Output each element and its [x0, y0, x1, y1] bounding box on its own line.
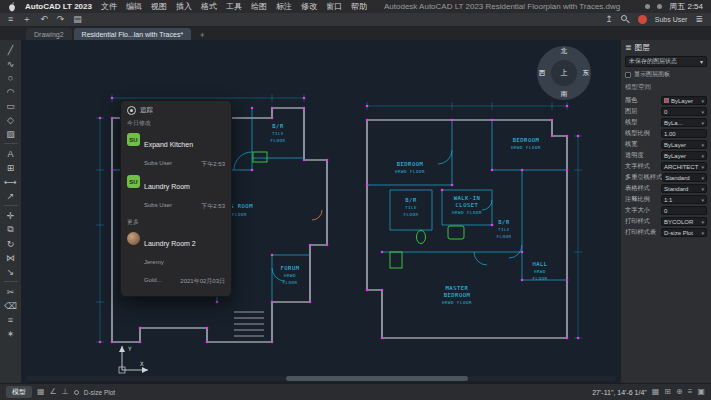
plot-style-table-dropdown[interactable]: D-size Plot▾ — [661, 228, 707, 237]
room-label-br-mid: FLOOR — [403, 212, 418, 217]
hatch-tool-icon[interactable]: ▨ — [3, 127, 19, 140]
trace-entry-laundry-room[interactable]: SU Laundry Room Subs User 下午2:53 — [127, 172, 225, 214]
avatar — [127, 232, 140, 245]
transparency-dropdown[interactable]: ByLayer▾ — [661, 151, 707, 160]
annotation-scale-dropdown[interactable]: 1:1▾ — [661, 195, 707, 204]
apple-menu-icon[interactable] — [8, 2, 16, 12]
app-menu-title[interactable]: AutoCAD LT 2023 — [25, 2, 92, 11]
menu-dimension[interactable]: 标注 — [276, 1, 292, 12]
property-row-linetype-scale: 线型比例 1.00 — [625, 128, 707, 139]
plot-style-label[interactable]: D-size Plot — [84, 389, 115, 396]
trace-entry-expand-kitchen[interactable]: SU Expand Kitchen Subs User 下午2:53 — [127, 130, 225, 172]
linetype-scale-field[interactable]: 1.00 — [661, 129, 707, 138]
osnap-toggle-icon[interactable]: ⊕ — [676, 388, 683, 396]
room-label-br-mid: TILE — [405, 205, 417, 210]
dimension-tool-icon[interactable]: ⟷ — [3, 175, 19, 188]
ortho-toggle-icon[interactable]: ⊥ — [62, 388, 69, 396]
checkbox-icon[interactable] — [625, 72, 631, 78]
text-size-field[interactable]: 0 — [661, 206, 707, 215]
user-avatar[interactable] — [638, 15, 647, 24]
trace-entry-laundry-room-2[interactable]: Laundry Room 2 Jeremy Gold... 2021年02月03… — [127, 229, 225, 289]
share-icon[interactable]: ↥ — [605, 15, 613, 24]
table-style-dropdown[interactable]: Standard▾ — [661, 184, 707, 193]
search-icon[interactable] — [621, 15, 630, 24]
plot-style-icon — [74, 390, 79, 395]
color-dropdown[interactable]: ByLayer▾ — [661, 96, 707, 105]
text-tool-icon[interactable]: A — [3, 147, 19, 160]
show-layers-label: 显示图层面板 — [634, 70, 670, 79]
menu-modify[interactable]: 修改 — [301, 1, 317, 12]
new-tab-button[interactable]: ＋ — [193, 29, 211, 40]
compass-east-label[interactable]: 东 — [583, 69, 590, 78]
layer-dropdown[interactable]: 0▾ — [661, 107, 707, 116]
linetype-dropdown[interactable]: ByLa...▾ — [661, 118, 707, 127]
trim-tool-icon[interactable]: ✂ — [3, 285, 19, 298]
compass-west-label[interactable]: 西 — [539, 69, 546, 78]
chevron-down-icon: ▾ — [701, 175, 704, 181]
menu-format[interactable]: 格式 — [201, 1, 217, 12]
move-tool-icon[interactable]: ✛ — [3, 209, 19, 222]
room-label-br-right: B/R — [498, 219, 510, 225]
menu-tools[interactable]: 工具 — [226, 1, 242, 12]
explode-tool-icon[interactable]: ✶ — [3, 327, 19, 340]
show-layers-toggle[interactable]: 显示图层面板 — [625, 70, 707, 79]
menu-insert[interactable]: 插入 — [176, 1, 192, 12]
property-row-plot-style: 打印样式 BYCOLOR▾ — [625, 216, 707, 227]
grid-display-icon[interactable]: ⊞ — [664, 388, 671, 396]
table-tool-icon[interactable]: ⊞ — [3, 161, 19, 174]
user-name-label[interactable]: Subs User — [655, 16, 688, 23]
open-icon[interactable]: ▤ — [73, 15, 82, 24]
polar-toggle-icon[interactable]: ∠ — [50, 388, 57, 396]
lineweight-toggle-icon[interactable]: ≡ — [688, 388, 693, 396]
menu-help[interactable]: 帮助 — [351, 1, 367, 12]
snap-toggle-icon[interactable]: ▦ — [652, 388, 660, 396]
traces-icon[interactable] — [127, 106, 136, 115]
text-style-dropdown[interactable]: ARCHITECT▾ — [661, 162, 707, 171]
leader-tool-icon[interactable]: ↗ — [3, 189, 19, 202]
tab-drawing2[interactable]: Drawing2 — [26, 28, 72, 40]
lineweight-dropdown[interactable]: ByLayer▾ — [661, 140, 707, 149]
compass-north-label[interactable]: 北 — [561, 47, 568, 56]
layer-state-dropdown[interactable]: 未保存的图层状态 ▾ — [625, 56, 707, 67]
annotation-toggle-icon[interactable]: ▣ — [697, 388, 705, 396]
model-tab[interactable]: 模型 — [6, 386, 32, 398]
grid-toggle-icon[interactable]: ▦ — [37, 388, 45, 396]
arc-tool-icon[interactable]: ◠ — [3, 85, 19, 98]
menu-file[interactable]: 文件 — [101, 1, 117, 12]
menu-view[interactable]: 视图 — [151, 1, 167, 12]
mleader-style-dropdown[interactable]: Standard▾ — [662, 173, 707, 182]
menu-edit[interactable]: 编辑 — [126, 1, 142, 12]
new-drawing-icon[interactable]: ＋ — [22, 15, 31, 24]
model-space-section-label: 模型空间 — [625, 83, 707, 92]
compass-top-label[interactable]: 上 — [551, 60, 577, 86]
canvas-horizontal-scrollbar[interactable] — [26, 376, 616, 381]
cursor-coordinates: 27'-11", 14'-6 1/4" — [592, 389, 647, 396]
polygon-tool-icon[interactable]: ◇ — [3, 113, 19, 126]
line-tool-icon[interactable]: ╱ — [3, 43, 19, 56]
layer-state-value: 未保存的图层状态 — [629, 57, 677, 66]
menubar-status-icon[interactable] — [657, 4, 662, 9]
menubar-clock[interactable]: 周五 2:54 — [669, 1, 703, 12]
rotate-tool-icon[interactable]: ↻ — [3, 237, 19, 250]
app-menu-icon[interactable]: ≡ — [8, 15, 13, 24]
scrollbar-thumb[interactable] — [286, 376, 469, 381]
tab-residential-floorplan[interactable]: Residential Flo...lan with Traces* — [74, 28, 192, 40]
polyline-tool-icon[interactable]: ∿ — [3, 57, 19, 70]
scale-tool-icon[interactable]: ↘ — [3, 265, 19, 278]
erase-tool-icon[interactable]: ⌫ — [3, 299, 19, 312]
menu-window[interactable]: 窗口 — [326, 1, 342, 12]
view-compass[interactable]: 北 南 西 东 上 — [537, 46, 591, 100]
model-space-canvas[interactable]: B/R TILE FLOOR LIVING ROOM HRWD FLOOR DI… — [22, 40, 620, 383]
mirror-tool-icon[interactable]: ⋈ — [3, 251, 19, 264]
redo-icon[interactable]: ↷ — [57, 15, 65, 24]
app-options-icon[interactable]: ≣ — [695, 15, 703, 24]
menubar-status-icon[interactable] — [645, 4, 650, 9]
copy-tool-icon[interactable]: ⧉ — [3, 223, 19, 236]
circle-tool-icon[interactable]: ○ — [3, 71, 19, 84]
undo-icon[interactable]: ↶ — [40, 15, 48, 24]
plot-style-dropdown[interactable]: BYCOLOR▾ — [661, 217, 707, 226]
compass-south-label[interactable]: 南 — [561, 90, 568, 99]
rectangle-tool-icon[interactable]: ▭ — [3, 99, 19, 112]
offset-tool-icon[interactable]: ≡ — [3, 313, 19, 326]
menu-draw[interactable]: 绘图 — [251, 1, 267, 12]
